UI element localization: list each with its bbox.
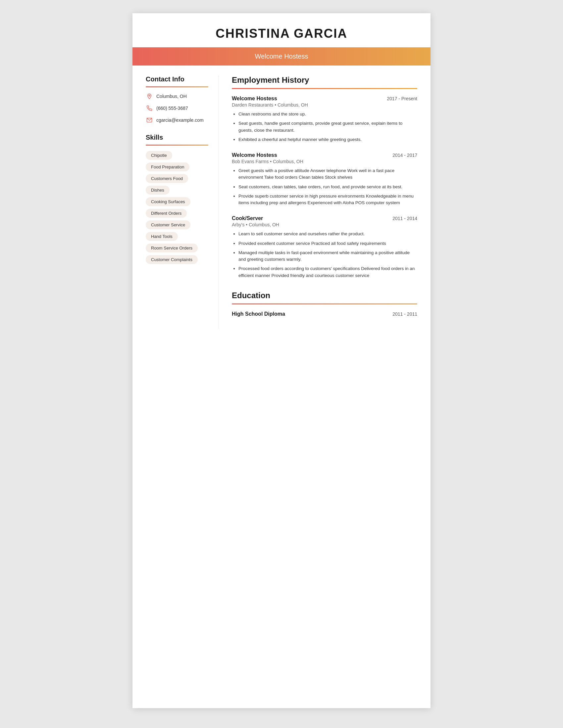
job-bullets: Greet guests with a positive attitude An… — [232, 167, 417, 206]
skills-list: ChipotleFood PreparationCustomers FoodDi… — [146, 151, 208, 267]
main-body: Contact Info Columbus, OH — [132, 75, 431, 342]
skills-divider — [146, 145, 208, 146]
job-bullet: Clean restrooms and the store up. — [238, 111, 417, 117]
job-entry: Welcome Hostess2014 - 2017Bob Evans Farm… — [232, 152, 417, 206]
job-bullet: Provide superb customer service in high … — [238, 193, 417, 206]
contact-divider — [146, 86, 208, 87]
education-list: High School Diploma2011 - 2011 — [232, 311, 417, 317]
employment-section: Employment History Welcome Hostess2017 -… — [232, 75, 417, 279]
skill-tag: Customers Food — [146, 174, 188, 183]
location-text: Columbus, OH — [156, 94, 187, 99]
location-icon — [146, 93, 153, 100]
education-section: Education High School Diploma2011 - 2011 — [232, 291, 417, 317]
job-title: Welcome Hostess — [232, 96, 277, 102]
contact-section: Contact Info Columbus, OH — [146, 75, 208, 124]
skills-section-title: Skills — [146, 134, 208, 141]
job-bullets: Learn to sell customer service and ourse… — [232, 231, 417, 279]
job-title: Welcome Hostess — [232, 152, 277, 158]
skill-tag: Dishes — [146, 186, 169, 195]
phone-icon — [146, 105, 153, 112]
job-bullet: Seat customers, clean tables, take order… — [238, 184, 417, 190]
education-divider — [232, 303, 417, 304]
job-entry: Cook/Server2011 - 2014Arby's • Columbus,… — [232, 215, 417, 279]
job-bullet: Processed food orders according to custo… — [238, 265, 417, 279]
job-dates: 2017 - Present — [387, 96, 417, 101]
job-company: Bob Evans Farms • Columbus, OH — [232, 159, 417, 164]
job-bullets: Clean restrooms and the store up.Seat gu… — [232, 111, 417, 143]
job-header: Cook/Server2011 - 2014 — [232, 215, 417, 221]
skill-tag: Chipotle — [146, 151, 172, 160]
skill-tag: Customer Complaints — [146, 255, 198, 264]
job-company: Arby's • Columbus, OH — [232, 222, 417, 227]
job-title: Cook/Server — [232, 215, 263, 221]
job-bullet: Exhibited a cheerful and helpful manner … — [238, 136, 417, 143]
edu-entry: High School Diploma2011 - 2011 — [232, 311, 417, 317]
job-bullet: Learn to sell customer service and ourse… — [238, 231, 417, 237]
job-company: Darden Restaurants • Columbus, OH — [232, 102, 417, 108]
job-title-banner: Welcome Hostess — [132, 47, 431, 66]
email-text: cgarcia@example.com — [156, 117, 204, 123]
employment-section-title: Employment History — [232, 75, 417, 85]
skill-tag: Different Orders — [146, 209, 187, 218]
job-bullet: Managed multiple tasks in fast-paced env… — [238, 250, 417, 263]
employment-divider — [232, 88, 417, 89]
skill-tag: Room Service Orders — [146, 244, 198, 252]
email-icon — [146, 116, 153, 124]
job-bullet: Seat guests, handle guest complaints, pr… — [238, 120, 417, 134]
svg-point-0 — [149, 95, 150, 96]
contact-section-title: Contact Info — [146, 75, 208, 83]
job-bullet: Provided excellent customer service Prac… — [238, 240, 417, 247]
skill-tag: Customer Service — [146, 220, 190, 229]
sidebar: Contact Info Columbus, OH — [132, 75, 218, 329]
edu-degree: High School Diploma — [232, 311, 285, 317]
candidate-name: CHRISTINA GARCIA — [132, 13, 431, 47]
job-bullet: Greet guests with a positive attitude An… — [238, 167, 417, 181]
skills-section: Skills ChipotleFood PreparationCustomers… — [146, 134, 208, 267]
skill-tag: Hand Tools — [146, 232, 178, 241]
job-entry: Welcome Hostess2017 - PresentDarden Rest… — [232, 96, 417, 143]
job-header: Welcome Hostess2017 - Present — [232, 96, 417, 102]
jobs-list: Welcome Hostess2017 - PresentDarden Rest… — [232, 96, 417, 279]
skill-tag: Food Preparation — [146, 162, 189, 171]
main-content: Employment History Welcome Hostess2017 -… — [218, 75, 431, 329]
edu-dates: 2011 - 2011 — [393, 311, 417, 317]
contact-location: Columbus, OH — [146, 93, 208, 100]
phone-text: (660) 555-3687 — [156, 106, 188, 111]
contact-email: cgarcia@example.com — [146, 116, 208, 124]
resume-page: CHRISTINA GARCIA Welcome Hostess Contact… — [132, 13, 431, 708]
contact-phone: (660) 555-3687 — [146, 105, 208, 112]
job-dates: 2011 - 2014 — [393, 216, 417, 221]
skill-tag: Cooking Surfaces — [146, 197, 190, 206]
job-header: Welcome Hostess2014 - 2017 — [232, 152, 417, 158]
education-section-title: Education — [232, 291, 417, 300]
job-dates: 2014 - 2017 — [393, 153, 417, 158]
